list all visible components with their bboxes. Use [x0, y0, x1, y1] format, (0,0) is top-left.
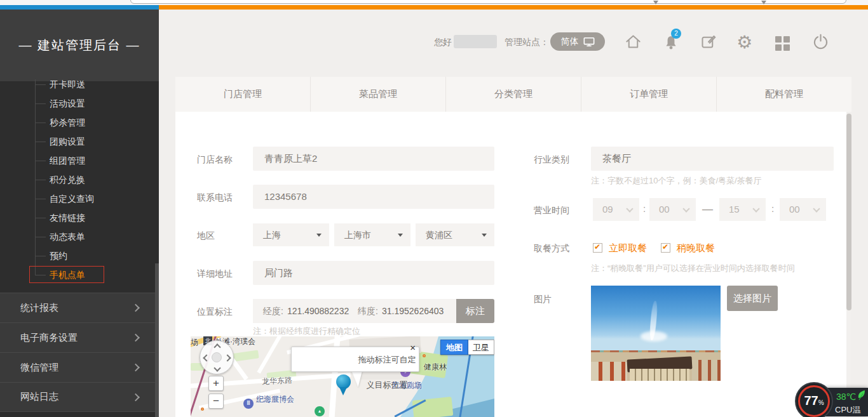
content-scrollbar[interactable]	[846, 112, 851, 417]
coordinates-input[interactable]: 经度:121.490882232 纬度:31.1952626403	[253, 299, 456, 323]
map-pan-control[interactable]	[200, 340, 234, 374]
settings-button[interactable]: ⚙	[736, 32, 752, 53]
close-hour-select[interactable]: 15	[719, 198, 766, 221]
province-value: 上海	[263, 230, 281, 240]
sidebar-item[interactable]: 自定义查询	[0, 190, 159, 207]
tab-dish-management[interactable]: 菜品管理	[310, 77, 445, 112]
sidebar-section[interactable]: 网站日志	[0, 382, 159, 412]
map-zoom-out-button[interactable]: −	[208, 394, 224, 409]
sidebar-section-label: 统计报表	[20, 302, 58, 314]
compose-button[interactable]	[700, 33, 717, 53]
username-redacted	[454, 35, 497, 48]
sidebar-item[interactable]: 活动设置	[0, 95, 159, 112]
monitor-icon	[583, 37, 595, 47]
sidebar-item[interactable]: 开卡即送	[0, 76, 159, 93]
tab-category-management[interactable]: 分类管理	[445, 77, 581, 112]
browser-edge	[0, 0, 868, 5]
open-minute-value: 00	[659, 204, 670, 215]
close-icon[interactable]: ×	[410, 341, 416, 354]
sidebar-item[interactable]: 积分兑换	[0, 171, 159, 188]
phone-input[interactable]: 12345678	[253, 185, 494, 209]
close-minute-select[interactable]: 00	[780, 198, 826, 221]
sidebar-item[interactable]: 团购设置	[0, 133, 159, 150]
industry-input[interactable]: 茶餐厅	[591, 147, 834, 171]
sidebar-item[interactable]: 友情链接	[0, 209, 159, 226]
location-map[interactable]: 场 外滩·湾璞会 健康林 龙华东路 Ⅲ 上海世博会纪念展 ♪ 上海儿童艺术剧场 …	[191, 336, 494, 417]
industry-label: 行业类别	[534, 154, 569, 166]
open-minute-select[interactable]: 00	[649, 198, 696, 221]
chevron-right-icon	[132, 334, 140, 342]
city-value: 上海市	[344, 230, 371, 240]
sidebar-item[interactable]: 秒杀管理	[0, 114, 159, 131]
sidebar-item[interactable]: 预约	[0, 248, 159, 264]
chevron-right-icon	[132, 364, 140, 372]
time-colon: :	[643, 203, 646, 214]
district-select[interactable]: 黄浦区	[416, 223, 494, 246]
tab-ingredient-management[interactable]: 配料管理	[716, 77, 851, 112]
pickup-now-label[interactable]: 立即取餐	[609, 242, 647, 255]
tab-order-management[interactable]: 订单管理	[581, 77, 716, 112]
scrollbar-thumb[interactable]	[846, 114, 851, 310]
apps-button[interactable]	[775, 36, 790, 51]
satellite-view-button[interactable]: 卫星	[468, 340, 494, 355]
grid-icon	[775, 36, 790, 51]
pickup-later-label[interactable]: 稍晚取餐	[677, 242, 715, 255]
cpu-usage-value: 77%	[796, 394, 832, 408]
sidebar-section[interactable]: 统计报表	[0, 293, 159, 322]
pan-down-icon[interactable]	[214, 364, 220, 371]
map-zoom-in-button[interactable]: +	[208, 376, 224, 391]
city-select[interactable]: 上海市	[334, 223, 410, 246]
latitude-label: 纬度:	[358, 306, 378, 316]
chevron-down-icon	[626, 205, 633, 212]
choose-image-button[interactable]: 选择图片	[727, 286, 778, 311]
sidebar-section-label: 电子商务设置	[20, 332, 78, 344]
store-name-input[interactable]: 青青原上草2	[253, 147, 494, 171]
edit-icon	[700, 33, 717, 50]
browser-address-bar[interactable]	[130, 0, 846, 4]
close-minute-value: 00	[789, 204, 800, 215]
region-label: 地区	[197, 230, 215, 242]
chevron-right-icon	[132, 304, 140, 312]
pickup-later-checkbox[interactable]	[661, 243, 670, 253]
pan-right-icon[interactable]	[224, 354, 231, 361]
logout-button[interactable]	[812, 33, 829, 53]
pickup-now-checkbox[interactable]	[593, 243, 602, 253]
open-hour-select[interactable]: 09	[593, 198, 639, 221]
tab-store-management[interactable]: 门店管理	[175, 77, 310, 112]
photo-houses	[692, 360, 721, 381]
pan-knob[interactable]	[212, 352, 222, 362]
sidebar-section[interactable]: 微信管理	[0, 352, 159, 382]
pin-tail	[339, 387, 347, 395]
pickup-label: 取餐方式	[534, 243, 569, 255]
dropdown-arrow-icon	[316, 234, 322, 237]
map-tooltip: 拖动标注可自定义目标位置 ×	[291, 347, 419, 372]
home-button[interactable]	[625, 33, 642, 53]
language-switch-button[interactable]: 简体	[550, 32, 605, 51]
photo-facade	[630, 369, 689, 381]
map-park	[412, 397, 454, 417]
industry-note: 注：字数不超过10个字，例：美食/粤菜/茶餐厅	[591, 175, 762, 187]
chevron-down-icon	[813, 205, 820, 212]
pan-left-icon[interactable]	[203, 354, 210, 361]
map-poi-dot	[201, 407, 204, 411]
map-label-road: 龙华东路	[262, 375, 293, 387]
cpu-temperature-label: CPU温度	[835, 404, 868, 417]
manage-site-label: 管理站点：	[505, 37, 549, 48]
address-label: 详细地址	[197, 268, 233, 280]
latitude-value: 31.1952626403	[382, 306, 444, 316]
cpu-usage-gauge[interactable]: 77%	[795, 382, 833, 417]
sidebar-item[interactable]: 动态表单	[0, 228, 159, 245]
address-input[interactable]: 局门路	[253, 261, 494, 285]
store-photo-thumbnail[interactable]	[591, 286, 721, 381]
mark-location-button[interactable]: 标注	[456, 299, 494, 323]
pan-up-icon[interactable]	[214, 343, 220, 350]
map-view-button[interactable]: 地图	[440, 340, 468, 355]
chevron-down-icon	[682, 205, 689, 212]
sidebar-section[interactable]: 电子商务设置	[0, 322, 159, 352]
sidebar-item[interactable]: 组团管理	[0, 152, 159, 169]
gear-icon: ⚙	[736, 32, 752, 52]
sidebar-scrollbar[interactable]	[155, 263, 159, 417]
pickup-note: 注：“稍晚取餐”用户可以选择在营业时间内选择取餐时间	[591, 263, 795, 274]
cpu-temperature-value: 38℃	[836, 392, 856, 402]
province-select[interactable]: 上海	[253, 223, 329, 246]
